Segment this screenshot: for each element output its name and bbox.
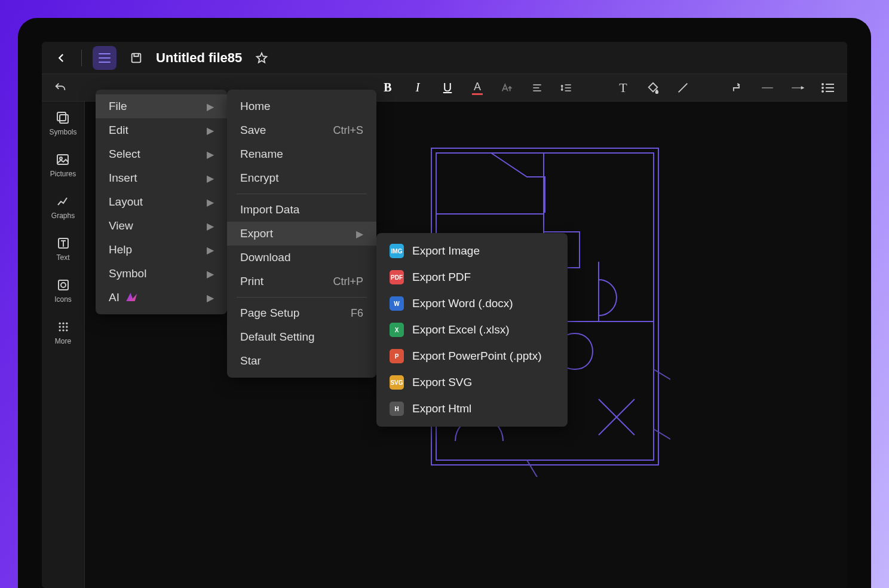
svg-point-1 bbox=[822, 84, 823, 85]
file-title: Untitled file85 bbox=[156, 50, 242, 66]
sidebar-label: Icons bbox=[54, 295, 72, 304]
menu-item-insert[interactable]: Insert▶ bbox=[96, 166, 227, 190]
bold-icon[interactable]: B bbox=[380, 80, 396, 96]
save-icon[interactable] bbox=[127, 49, 145, 67]
file-menu-print[interactable]: PrintCtrl+P bbox=[227, 270, 376, 293]
sidebar-item-icons[interactable]: Icons bbox=[54, 277, 72, 304]
file-menu-page-setup[interactable]: Page SetupF6 bbox=[227, 301, 376, 325]
file-menu-download[interactable]: Download bbox=[227, 246, 376, 270]
svg-rect-4 bbox=[57, 112, 66, 121]
file-menu-home[interactable]: Home bbox=[227, 94, 376, 118]
file-menu-star[interactable]: Star bbox=[227, 349, 376, 373]
sidebar-item-text[interactable]: Text bbox=[56, 235, 71, 262]
svg-point-14 bbox=[59, 326, 60, 327]
menu-item-select[interactable]: Select▶ bbox=[96, 142, 227, 166]
menu-item-layout[interactable]: Layout▶ bbox=[96, 190, 227, 214]
sidebar-label: Text bbox=[56, 253, 69, 262]
svg-rect-5 bbox=[60, 115, 68, 123]
more-icon bbox=[56, 319, 71, 335]
file-submenu: HomeSaveCtrl+SRenameEncryptImport DataEx… bbox=[227, 90, 376, 378]
main-menu-button[interactable] bbox=[93, 46, 117, 70]
line-style-icon[interactable] bbox=[761, 80, 777, 96]
line-spacing-icon[interactable] bbox=[559, 80, 575, 96]
graphs-icon bbox=[55, 194, 70, 209]
export-option-export-word-docx-[interactable]: WExport Word (.docx) bbox=[376, 290, 568, 317]
title-bar: Untitled file85 bbox=[42, 42, 847, 74]
export-option-export-image[interactable]: IMGExport Image bbox=[376, 238, 568, 264]
menu-item-ai[interactable]: AI ▶ bbox=[96, 286, 227, 310]
text-icon bbox=[56, 235, 71, 251]
align-icon[interactable] bbox=[529, 80, 545, 96]
connector-icon[interactable] bbox=[731, 80, 747, 96]
svg-point-2 bbox=[822, 87, 823, 88]
sidebar-label: Pictures bbox=[50, 170, 76, 178]
font-size-icon[interactable] bbox=[499, 80, 515, 96]
file-menu-rename[interactable]: Rename bbox=[227, 142, 376, 166]
underline-icon[interactable]: U bbox=[440, 80, 455, 96]
file-menu-encrypt[interactable]: Encrypt bbox=[227, 166, 376, 190]
svg-point-13 bbox=[66, 323, 68, 324]
menu-item-view[interactable]: View▶ bbox=[96, 214, 227, 238]
main-menu: File▶Edit▶Select▶Insert▶Layout▶View▶Help… bbox=[96, 90, 227, 314]
divider bbox=[81, 50, 82, 66]
sidebar-item-pictures[interactable]: Pictures bbox=[50, 152, 76, 178]
sidebar-label: More bbox=[55, 337, 71, 345]
export-option-export-html[interactable]: HExport Html bbox=[376, 396, 568, 422]
list-icon[interactable] bbox=[821, 80, 836, 96]
file-menu-save[interactable]: SaveCtrl+S bbox=[227, 118, 376, 142]
svg-rect-0 bbox=[132, 53, 141, 62]
font-color-icon[interactable]: A bbox=[470, 80, 485, 96]
sidebar-label: Graphs bbox=[51, 212, 75, 220]
arrow-style-icon[interactable] bbox=[791, 80, 807, 96]
svg-point-10 bbox=[61, 283, 66, 287]
svg-point-11 bbox=[59, 323, 60, 324]
svg-point-17 bbox=[59, 329, 60, 331]
export-submenu: IMGExport ImagePDFExport PDFWExport Word… bbox=[376, 233, 568, 427]
file-menu-default-setting[interactable]: Default Setting bbox=[227, 325, 376, 349]
line-tool-icon[interactable] bbox=[675, 80, 691, 96]
sidebar-label: Symbols bbox=[49, 128, 76, 136]
pictures-icon bbox=[55, 152, 70, 167]
svg-point-19 bbox=[66, 329, 68, 331]
sidebar-item-graphs[interactable]: Graphs bbox=[51, 194, 75, 220]
svg-point-7 bbox=[60, 157, 62, 160]
export-option-export-pdf[interactable]: PDFExport PDF bbox=[376, 264, 568, 290]
star-icon[interactable] bbox=[253, 49, 271, 67]
text-tool-icon[interactable]: T bbox=[615, 80, 631, 96]
menu-item-symbol[interactable]: Symbol▶ bbox=[96, 262, 227, 286]
svg-rect-9 bbox=[59, 280, 68, 290]
fill-icon[interactable] bbox=[645, 80, 661, 96]
svg-point-15 bbox=[62, 326, 64, 327]
icons-icon bbox=[56, 277, 71, 293]
menu-item-help[interactable]: Help▶ bbox=[96, 238, 227, 262]
export-option-export-excel-xlsx-[interactable]: XExport Excel (.xlsx) bbox=[376, 317, 568, 343]
left-sidebar: Symbols Pictures Graphs Text Icons More bbox=[42, 102, 85, 588]
italic-icon[interactable]: I bbox=[410, 80, 425, 96]
symbols-icon bbox=[55, 110, 70, 125]
sidebar-item-more[interactable]: More bbox=[55, 319, 71, 345]
menu-item-file[interactable]: File▶ bbox=[96, 94, 227, 118]
svg-point-3 bbox=[822, 91, 823, 92]
svg-point-12 bbox=[62, 323, 64, 324]
file-menu-import-data[interactable]: Import Data bbox=[227, 198, 376, 222]
export-option-export-svg[interactable]: SVGExport SVG bbox=[376, 369, 568, 396]
export-option-export-powerpoint-pptx-[interactable]: PExport PowerPoint (.pptx) bbox=[376, 343, 568, 369]
file-menu-export[interactable]: Export▶ bbox=[227, 222, 376, 246]
menu-item-edit[interactable]: Edit▶ bbox=[96, 118, 227, 142]
sidebar-item-symbols[interactable]: Symbols bbox=[49, 110, 76, 136]
svg-point-16 bbox=[66, 326, 68, 327]
undo-icon[interactable] bbox=[53, 80, 68, 96]
back-button[interactable] bbox=[53, 49, 70, 67]
svg-point-18 bbox=[62, 329, 64, 331]
